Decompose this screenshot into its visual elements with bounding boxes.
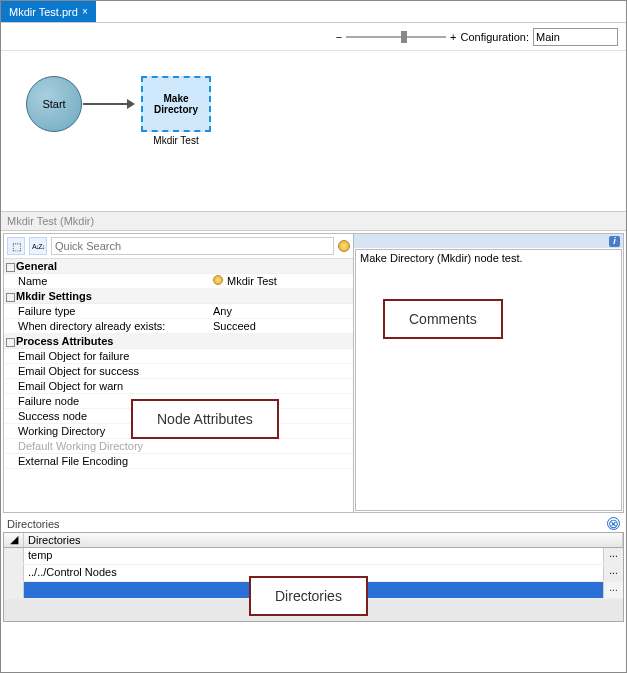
zoom-minus-icon[interactable]: − [336, 31, 342, 43]
info-strip: i [354, 234, 623, 248]
tab-active[interactable]: Mkdir Test.prd × [1, 1, 96, 22]
directories-table: ◢ Directories temp ... ../../Control Nod… [3, 532, 624, 622]
middle-row: ⬚ A↓Z↓ General Name Mkdir Test Mkdir Set… [3, 233, 624, 513]
directories-cell[interactable]: temp [24, 548, 603, 564]
prop-default-working-directory: Default Working Directory [4, 439, 353, 454]
configuration-select[interactable] [533, 28, 618, 46]
prop-failure-node[interactable]: Failure node [4, 394, 353, 409]
category-mkdir-settings[interactable]: Mkdir Settings [4, 289, 353, 304]
directories-table-head: ◢ Directories [4, 533, 623, 548]
attributes-panel: ⬚ A↓Z↓ General Name Mkdir Test Mkdir Set… [4, 234, 354, 512]
prop-email-success[interactable]: Email Object for success [4, 364, 353, 379]
browse-button[interactable]: ... [603, 582, 623, 598]
prop-external-encoding[interactable]: External File Encoding [4, 454, 353, 469]
directories-title: Directories [7, 518, 60, 530]
row-handle[interactable] [4, 582, 24, 598]
categorize-button[interactable]: ⬚ [7, 237, 25, 255]
directories-cell[interactable]: ../../Control Nodes [24, 565, 603, 581]
configuration-label: Configuration: [461, 31, 530, 43]
flow-arrow [83, 103, 133, 105]
prop-failure-type[interactable]: Failure type Any [4, 304, 353, 319]
directories-close-icon[interactable]: ⊗ [607, 517, 620, 530]
row-handle[interactable] [4, 548, 24, 564]
mkdir-node-caption: Mkdir Test [141, 135, 211, 146]
directories-row[interactable]: ... [4, 582, 623, 599]
quick-search-input[interactable] [51, 237, 334, 255]
zoom-thumb[interactable] [401, 31, 407, 43]
prop-working-directory[interactable]: Working Directory [4, 424, 353, 439]
prop-success-node[interactable]: Success node [4, 409, 353, 424]
directories-footer [4, 599, 623, 621]
category-general[interactable]: General [4, 259, 353, 274]
mkdir-node-label-1: Make [163, 93, 188, 104]
tab-bar: Mkdir Test.prd × [1, 1, 626, 23]
prop-email-warn[interactable]: Email Object for warn [4, 379, 353, 394]
start-node[interactable]: Start [26, 76, 82, 132]
prop-email-failure[interactable]: Email Object for failure [4, 349, 353, 364]
attributes-toolbar: ⬚ A↓Z↓ [4, 234, 353, 259]
comments-textarea[interactable]: Make Directory (Mkdir) node test. [355, 249, 622, 511]
directories-handle-icon[interactable]: ◢ [4, 533, 24, 547]
browse-button[interactable]: ... [603, 548, 623, 564]
comments-panel: i Make Directory (Mkdir) node test. [354, 234, 623, 512]
info-icon[interactable]: i [609, 236, 620, 247]
mkdir-node-label-2: Directory [154, 104, 198, 115]
tab-title: Mkdir Test.prd [9, 6, 78, 18]
name-help-icon [213, 275, 223, 285]
start-node-label: Start [42, 98, 65, 110]
mkdir-node[interactable]: Make Directory [141, 76, 211, 132]
sort-az-button[interactable]: A↓Z↓ [29, 237, 47, 255]
row-handle[interactable] [4, 565, 24, 581]
directories-row[interactable]: temp ... [4, 548, 623, 565]
flow-canvas[interactable]: Start Make Directory Mkdir Test [1, 51, 626, 211]
prop-name[interactable]: Name Mkdir Test [4, 274, 353, 289]
zoom-plus-icon[interactable]: + [450, 31, 456, 43]
toolbar: − + Configuration: [1, 23, 626, 51]
directories-header: Directories ⊗ [3, 515, 624, 532]
close-icon[interactable]: × [82, 6, 88, 17]
help-icon[interactable] [338, 240, 350, 252]
directories-column-header[interactable]: Directories [24, 533, 623, 547]
directories-section: Directories ⊗ ◢ Directories temp ... ../… [3, 515, 624, 622]
selected-node-label: Mkdir Test (Mkdir) [1, 211, 626, 231]
directories-row[interactable]: ../../Control Nodes ... [4, 565, 623, 582]
category-process-attributes[interactable]: Process Attributes [4, 334, 353, 349]
directories-cell[interactable] [24, 582, 603, 598]
prop-when-exists[interactable]: When directory already exists: Succeed [4, 319, 353, 334]
browse-button[interactable]: ... [603, 565, 623, 581]
zoom-slider[interactable] [346, 36, 446, 38]
property-grid[interactable]: General Name Mkdir Test Mkdir Settings F… [4, 259, 353, 512]
